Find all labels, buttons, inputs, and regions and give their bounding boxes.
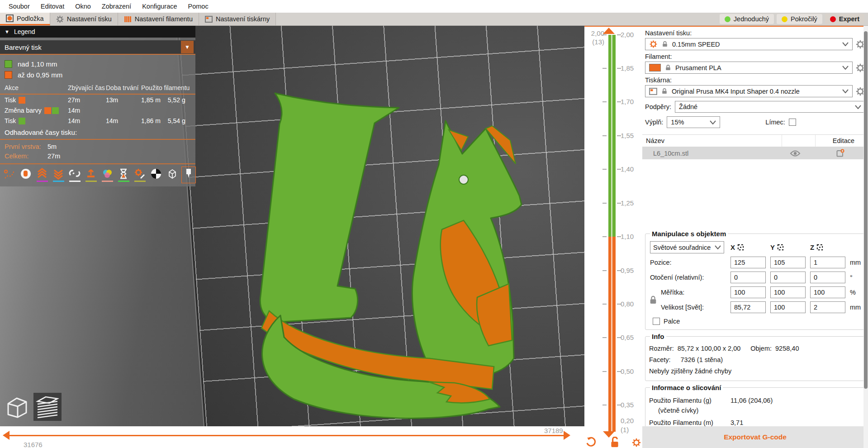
scale-z-input[interactable]: 100 — [810, 286, 845, 298]
layer-bottom-number: (1) — [621, 426, 629, 434]
layer-slider-top-handle[interactable] — [603, 28, 615, 34]
supports-combo[interactable]: Žádné — [675, 101, 865, 113]
view-type-value: Barevný tisk — [5, 43, 42, 51]
col-pouzito-filamentu: Použito filamentu — [141, 84, 195, 91]
uniform-scale-lock-icon[interactable] — [649, 295, 657, 305]
menu-okno[interactable]: Okno — [70, 1, 96, 11]
advanced-mode-dot-icon — [782, 16, 787, 22]
shells-icon[interactable] — [150, 168, 162, 182]
coords-combo[interactable]: Světové souřadnice — [650, 241, 724, 253]
export-gcode-button[interactable]: Exportovat G-code — [724, 433, 787, 441]
tab-podlozka[interactable]: Podložka — [0, 13, 50, 25]
hslider-right-handle[interactable] — [564, 431, 570, 440]
view-type-dropdown[interactable]: Barevný tisk ▼ — [0, 40, 195, 54]
printer-combo[interactable]: Original Prusa MK4 Input Shaper 0.4 nozz… — [645, 85, 853, 97]
axis-y-header: Y — [770, 243, 806, 251]
brim-checkbox[interactable] — [789, 119, 796, 126]
filament-combo[interactable]: Prusament PLA — [645, 62, 853, 74]
menu-soubor[interactable]: Soubor — [4, 1, 35, 11]
mode-pokrocily[interactable]: Pokročilý — [777, 14, 822, 24]
position-z-input[interactable]: 1 — [810, 257, 845, 268]
eye-icon[interactable] — [790, 150, 801, 157]
layers-view-button[interactable] — [33, 393, 62, 421]
slider-settings-gear-icon[interactable] — [631, 438, 641, 448]
object-list: Název Editace L6_10cm.stl — [642, 134, 868, 227]
menu-pomoc[interactable]: Pomoc — [183, 1, 213, 11]
axis-center-icon[interactable] — [816, 244, 823, 251]
tick-label: 0,20 — [621, 417, 641, 424]
edit-object-icon[interactable] — [835, 149, 844, 158]
position-y-input[interactable]: 105 — [770, 257, 806, 268]
infill-combo[interactable]: 15% — [667, 116, 720, 128]
3d-viewport[interactable]: ▼ Legend Barevný tisk ▼ nad 1,10 mm až d… — [0, 26, 584, 426]
3d-view-button[interactable] — [3, 393, 31, 421]
hslider-track[interactable] — [9, 435, 564, 436]
filament-label: Filament: — [642, 50, 868, 62]
info-panel: Info Rozměr: 85,72 x 100,00 x 2,00 Objem… — [645, 333, 865, 381]
retractions-icon[interactable] — [36, 168, 48, 182]
legend-item-label: nad 1,10 mm — [18, 60, 57, 68]
mode-jednoduchy[interactable]: Jednoduchý — [720, 14, 774, 24]
layer-slider-track[interactable] — [608, 35, 616, 432]
position-x-input[interactable]: 125 — [730, 257, 766, 268]
tick-label: 0,35 — [621, 401, 641, 409]
inches-checkbox[interactable] — [653, 318, 660, 325]
rotation-z-input[interactable]: 0 — [810, 272, 845, 283]
seams-icon[interactable] — [69, 168, 81, 182]
unlock-icon[interactable] — [610, 437, 620, 448]
filament-g-sublabel: (včetně cívky) — [649, 407, 698, 414]
supports-value: Žádné — [679, 103, 697, 110]
dropdown-arrow-icon[interactable]: ▼ — [181, 41, 194, 53]
chevron-down-icon — [842, 89, 849, 93]
print-settings-combo[interactable]: 0.15mm SPEED — [645, 38, 853, 50]
facets-value: 7326 (1 stěna) — [681, 354, 723, 366]
menu-zobrazeni[interactable]: Zobrazení — [97, 1, 136, 11]
rotation-x-input[interactable]: 0 — [730, 272, 766, 283]
layer-top-number: (13) — [588, 38, 604, 46]
letter-l — [260, 93, 399, 322]
size-z-input[interactable]: 2 — [810, 301, 845, 313]
inches-label: Palce — [664, 318, 680, 325]
infill-value: 15% — [671, 119, 684, 126]
axis-center-icon[interactable] — [737, 244, 744, 251]
pause-prints-icon[interactable] — [118, 168, 129, 182]
tab-nastaveni-tisku[interactable]: Nastavení tisku — [50, 13, 118, 25]
sliced-model-fox[interactable] — [217, 87, 534, 422]
position-label: Pozice: — [650, 259, 726, 266]
axis-center-icon[interactable] — [777, 244, 784, 251]
tab-nastaveni-filamentu[interactable]: Nastavení filamentu — [118, 13, 199, 25]
scrollbar-thumb[interactable] — [864, 31, 868, 389]
legend-header[interactable]: ▼ Legend — [0, 26, 195, 38]
tab-nastaveni-tiskarny[interactable]: Nastavení tiskárny — [199, 13, 276, 25]
size-x-input[interactable]: 85,72 — [730, 301, 766, 313]
revert-icon[interactable] — [585, 437, 596, 448]
orange-swatch — [5, 71, 12, 79]
wireframe-icon[interactable] — [166, 168, 178, 182]
rotation-y-input[interactable]: 0 — [770, 272, 806, 283]
scale-x-input[interactable]: 100 — [730, 286, 766, 298]
filament-color-swatch — [649, 64, 661, 71]
menu-konfigurace[interactable]: Konfigurace — [137, 1, 182, 11]
menu-editovat[interactable]: Editovat — [36, 1, 69, 11]
expert-mode-dot-icon — [830, 16, 836, 22]
object-name: L6_10cm.stl — [642, 150, 778, 157]
custom-gcode-icon[interactable] — [134, 168, 146, 182]
nozzle-marker-icon[interactable] — [183, 168, 194, 182]
hslider-left-handle[interactable] — [3, 431, 9, 440]
travels-icon[interactable] — [4, 168, 15, 182]
deretractions-icon[interactable] — [52, 168, 64, 182]
axis-z-header: Z — [810, 243, 845, 251]
color-changes-icon[interactable] — [101, 168, 113, 182]
scale-y-input[interactable]: 100 — [770, 286, 806, 298]
object-starts-icon[interactable] — [85, 168, 97, 182]
wipe-icon[interactable] — [20, 168, 32, 182]
size-y-input[interactable]: 100 — [770, 301, 806, 313]
mode-switcher: Jednoduchý Pokročilý Expert — [720, 13, 868, 25]
mode-expert[interactable]: Expert — [825, 14, 864, 24]
col-zbyvajici-cas: Zbývající čas — [68, 84, 106, 91]
tick-label: 0,65 — [621, 334, 641, 341]
tick-label: 1,40 — [621, 165, 641, 173]
gear-icon — [56, 15, 64, 23]
sidebar-scrollbar[interactable] — [863, 26, 868, 448]
object-row[interactable]: L6_10cm.stl — [642, 147, 868, 159]
